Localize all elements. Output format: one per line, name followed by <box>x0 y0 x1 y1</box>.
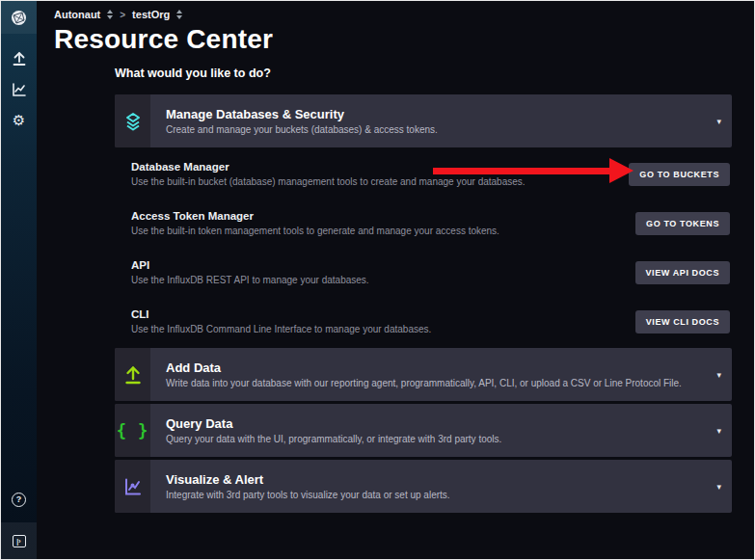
panel-title: Add Data <box>166 360 716 375</box>
row-title: CLI <box>131 308 431 320</box>
resource-center-page: { "breadcrumb": { "org": "Autonaut", "se… <box>0 0 755 560</box>
row-text: CLI Use the InfluxDB Command Line Interf… <box>131 308 431 334</box>
upload-icon <box>115 348 150 401</box>
chart-icon <box>115 460 150 513</box>
panel-subtitle: Write data into your database with our r… <box>166 378 716 388</box>
row-api: API Use the InfluxDB REST API to manage … <box>115 248 732 297</box>
layers-icon <box>115 94 150 147</box>
page-title: Resource Center <box>54 24 754 55</box>
sidebar: ⚙ ? |› <box>1 1 37 559</box>
panel-title: Manage Databases & Security <box>166 107 716 121</box>
breadcrumb-org[interactable]: testOrg <box>132 9 170 20</box>
gear-icon: ⚙ <box>13 114 25 128</box>
chevron-down-icon[interactable]: ▾ <box>716 348 732 401</box>
row-text: Database Manager Use the built-in bucket… <box>131 161 526 187</box>
panel-manage-databases-header[interactable]: Manage Databases & Security Create and m… <box>115 94 732 147</box>
panel-query-data: { } Query Data Query your data with the … <box>115 404 732 457</box>
panel-visualize-alert: Visualize & Alert Integrate with 3rd par… <box>115 460 732 513</box>
breadcrumb-separator: > <box>120 10 125 20</box>
row-title: Database Manager <box>131 161 526 173</box>
row-text: Access Token Manager Use the built-in to… <box>131 210 499 236</box>
row-title: API <box>131 259 369 271</box>
panel-title: Query Data <box>166 416 716 431</box>
settings-nav-icon[interactable]: ⚙ <box>1 105 37 136</box>
graphs-nav-icon[interactable] <box>1 74 37 105</box>
account-switcher-icon[interactable] <box>107 10 113 19</box>
go-to-buckets-button[interactable]: GO TO BUCKETS <box>629 163 730 186</box>
panel-titles: Manage Databases & Security Create and m… <box>150 94 716 147</box>
help-nav-icon[interactable]: ? <box>1 484 37 515</box>
influxdb-logo[interactable] <box>1 1 37 34</box>
help-icon: ? <box>12 493 26 507</box>
panels-list: Manage Databases & Security Create and m… <box>115 94 732 513</box>
panel-add-data: Add Data Write data into your database w… <box>115 348 732 401</box>
row-description: Use the InfluxDB Command Line Interface … <box>131 324 431 334</box>
panel-subtitle: Query your data with the UI, programmati… <box>166 434 716 444</box>
panel-title: Visualize & Alert <box>166 472 716 487</box>
panel-visualize-alert-header[interactable]: Visualize & Alert Integrate with 3rd par… <box>115 460 732 513</box>
panel-query-data-header[interactable]: { } Query Data Query your data with the … <box>115 404 732 457</box>
org-switcher-icon[interactable] <box>176 10 182 19</box>
breadcrumb-account[interactable]: Autonaut <box>54 9 100 20</box>
docs-nav-icon[interactable]: |› <box>1 522 37 559</box>
view-cli-docs-button[interactable]: VIEW CLI DOCS <box>635 310 730 333</box>
braces-icon: { } <box>115 404 150 457</box>
breadcrumb: Autonaut > testOrg <box>37 1 754 20</box>
row-description: Use the built-in token management tools … <box>131 226 499 236</box>
row-description: Use the built-in bucket (database) manag… <box>131 176 526 187</box>
panel-subtitle: Create and manage your buckets (database… <box>166 124 716 135</box>
panel-add-data-header[interactable]: Add Data Write data into your database w… <box>115 348 732 401</box>
panel-titles: Add Data Write data into your database w… <box>150 348 716 401</box>
row-database-manager: Database Manager Use the built-in bucket… <box>115 149 732 199</box>
prompt-heading: What would you like to do? <box>115 67 754 80</box>
panel-subtitle: Integrate with 3rd party tools to visual… <box>166 490 716 500</box>
row-access-token-manager: Access Token Manager Use the built-in to… <box>115 199 732 248</box>
panel-titles: Visualize & Alert Integrate with 3rd par… <box>150 460 716 513</box>
chevron-down-icon[interactable]: ▾ <box>716 404 732 457</box>
row-text: API Use the InfluxDB REST API to manage … <box>131 259 369 285</box>
main-content: Autonaut > testOrg Resource Center What … <box>37 1 754 559</box>
row-description: Use the InfluxDB REST API to manage your… <box>131 275 369 285</box>
chevron-down-icon[interactable]: ▾ <box>716 94 732 147</box>
upload-nav-icon[interactable] <box>1 43 37 74</box>
braces-glyph: { } <box>117 421 149 440</box>
row-title: Access Token Manager <box>131 210 499 222</box>
panel-titles: Query Data Query your data with the UI, … <box>150 404 716 457</box>
go-to-tokens-button[interactable]: GO TO TOKENS <box>635 212 730 235</box>
docs-icon: |› <box>13 535 26 547</box>
view-api-docs-button[interactable]: VIEW API DOCS <box>635 261 730 284</box>
row-cli: CLI Use the InfluxDB Command Line Interf… <box>115 297 732 346</box>
panel-manage-databases-rows: Database Manager Use the built-in bucket… <box>115 147 732 348</box>
panel-manage-databases: Manage Databases & Security Create and m… <box>115 94 732 348</box>
chevron-down-icon[interactable]: ▾ <box>716 460 732 513</box>
